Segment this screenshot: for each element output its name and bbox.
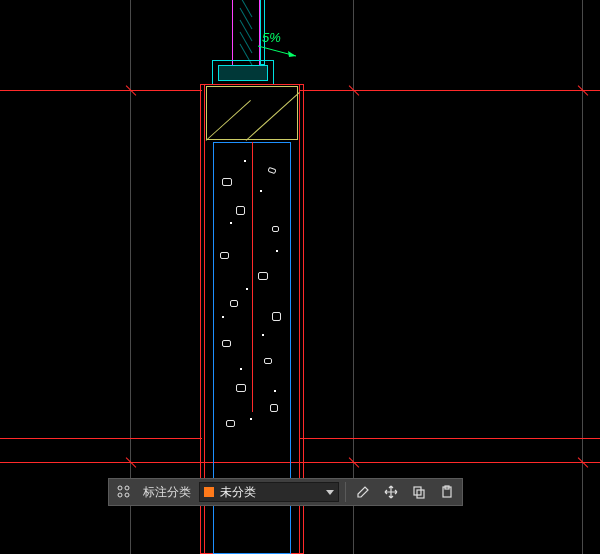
separator (345, 482, 346, 502)
move-icon[interactable] (380, 481, 402, 503)
aggregate (258, 272, 268, 280)
speck (250, 418, 252, 420)
svg-point-4 (118, 493, 122, 497)
dim-extension-line (300, 438, 600, 439)
grid-line-vertical (582, 0, 583, 554)
aggregate (230, 300, 238, 307)
speck (244, 160, 246, 162)
toolbar-label: 标注分类 (141, 484, 193, 501)
aggregate (222, 178, 232, 186)
cyan-slab-frame (212, 60, 274, 84)
category-swatch (204, 487, 214, 497)
speck (276, 250, 278, 252)
top-box (206, 86, 298, 140)
grid-icon[interactable] (113, 481, 135, 503)
speck (230, 222, 232, 224)
speck (262, 334, 264, 336)
aggregate (222, 340, 231, 347)
centerline (252, 142, 253, 412)
cad-viewport[interactable]: 5% (0, 0, 600, 554)
aggregate (272, 312, 281, 321)
aggregate (264, 358, 272, 364)
speck (260, 190, 262, 192)
svg-point-2 (118, 486, 122, 490)
aggregate (270, 404, 278, 412)
grid-line-vertical (353, 0, 354, 554)
aggregate (236, 384, 246, 392)
slope-annotation: 5% (262, 30, 281, 45)
paste-icon[interactable] (436, 481, 458, 503)
aggregate (272, 226, 279, 232)
category-select[interactable]: 未分类 (199, 482, 339, 502)
slope-text: 5% (262, 30, 281, 45)
speck (240, 368, 242, 370)
slope-arrow-icon (258, 44, 302, 62)
aggregate (220, 252, 229, 259)
speck (222, 316, 224, 318)
edit-icon[interactable] (352, 481, 374, 503)
speck (246, 288, 248, 290)
aggregate (226, 420, 235, 427)
wall-hatch (232, 0, 260, 65)
dim-extension-line (300, 90, 600, 91)
speck (274, 390, 276, 392)
svg-point-3 (125, 486, 129, 490)
copy-icon[interactable] (408, 481, 430, 503)
dim-extension-line (0, 90, 202, 91)
aggregate (236, 206, 245, 215)
grid-line-vertical (130, 0, 131, 554)
svg-point-5 (125, 493, 129, 497)
dim-extension-line (0, 438, 202, 439)
annotation-toolbar: 标注分类 未分类 (108, 478, 463, 506)
category-selected-text: 未分类 (220, 484, 320, 501)
svg-marker-1 (288, 51, 296, 57)
chevron-down-icon (326, 490, 334, 495)
